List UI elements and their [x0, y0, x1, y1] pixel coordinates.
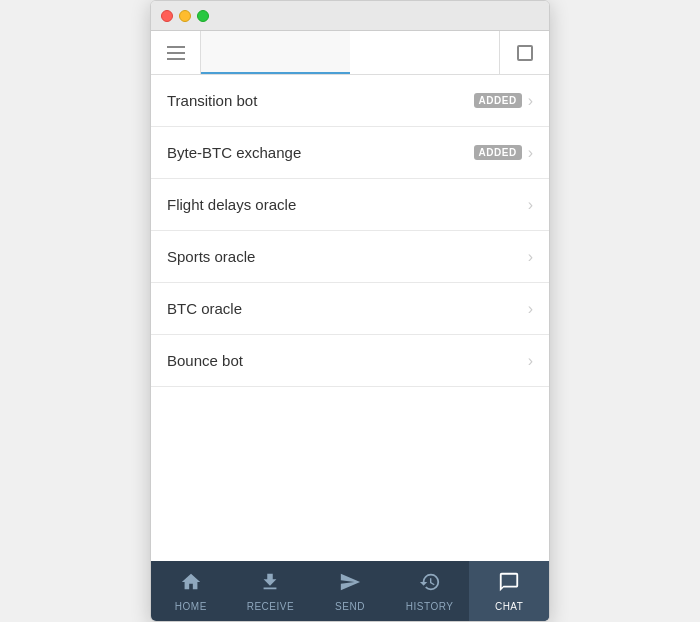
bottom-nav-item-receive[interactable]: RECEIVE: [231, 561, 311, 621]
expand-button[interactable]: [499, 31, 549, 74]
chevron-right-icon: ›: [528, 144, 533, 162]
bottom-nav-label-history: HISTORY: [406, 601, 454, 612]
title-bar: [151, 1, 549, 31]
chevron-right-icon: ›: [528, 92, 533, 110]
list-item[interactable]: Flight delays oracle›: [151, 179, 549, 231]
added-badge: ADDED: [474, 145, 522, 160]
list-item-label: Bounce bot: [167, 352, 528, 369]
bottom-nav: HOMERECEIVESENDHISTORYCHAT: [151, 561, 549, 621]
list-item[interactable]: Byte-BTC exchangeADDED›: [151, 127, 549, 179]
traffic-lights: [161, 10, 209, 22]
chevron-right-icon: ›: [528, 300, 533, 318]
content-area: Transition botADDED›Byte-BTC exchangeADD…: [151, 75, 549, 561]
bottom-nav-label-home: HOME: [175, 601, 207, 612]
added-badge: ADDED: [474, 93, 522, 108]
chat-icon: [498, 571, 520, 598]
list-item[interactable]: Bounce bot›: [151, 335, 549, 387]
bottom-nav-item-history[interactable]: HISTORY: [390, 561, 470, 621]
history-icon: [419, 571, 441, 598]
list-item-label: Byte-BTC exchange: [167, 144, 474, 161]
chevron-right-icon: ›: [528, 352, 533, 370]
minimize-button[interactable]: [179, 10, 191, 22]
app-window: Transition botADDED›Byte-BTC exchangeADD…: [150, 0, 550, 622]
list-item-label: Flight delays oracle: [167, 196, 528, 213]
nav-tabs: [201, 31, 499, 74]
expand-icon: [517, 45, 533, 61]
chevron-right-icon: ›: [528, 248, 533, 266]
send-icon: [339, 571, 361, 598]
chevron-right-icon: ›: [528, 196, 533, 214]
home-icon: [180, 571, 202, 598]
tab-bot-store[interactable]: [350, 31, 499, 74]
bottom-nav-label-send: SEND: [335, 601, 365, 612]
menu-button[interactable]: [151, 31, 201, 74]
bottom-nav-item-chat[interactable]: CHAT: [469, 561, 549, 621]
tab-contacts[interactable]: [201, 31, 350, 74]
bottom-nav-item-home[interactable]: HOME: [151, 561, 231, 621]
list-item[interactable]: Sports oracle›: [151, 231, 549, 283]
list-item-label: BTC oracle: [167, 300, 528, 317]
fullscreen-button[interactable]: [197, 10, 209, 22]
bottom-nav-item-send[interactable]: SEND: [310, 561, 390, 621]
receive-icon: [259, 571, 281, 598]
bottom-nav-label-chat: CHAT: [495, 601, 523, 612]
hamburger-icon: [167, 46, 185, 60]
bottom-nav-label-receive: RECEIVE: [247, 601, 294, 612]
list-item-label: Transition bot: [167, 92, 474, 109]
list-item[interactable]: Transition botADDED›: [151, 75, 549, 127]
nav-bar: [151, 31, 549, 75]
list-item-label: Sports oracle: [167, 248, 528, 265]
list-item[interactable]: BTC oracle›: [151, 283, 549, 335]
close-button[interactable]: [161, 10, 173, 22]
